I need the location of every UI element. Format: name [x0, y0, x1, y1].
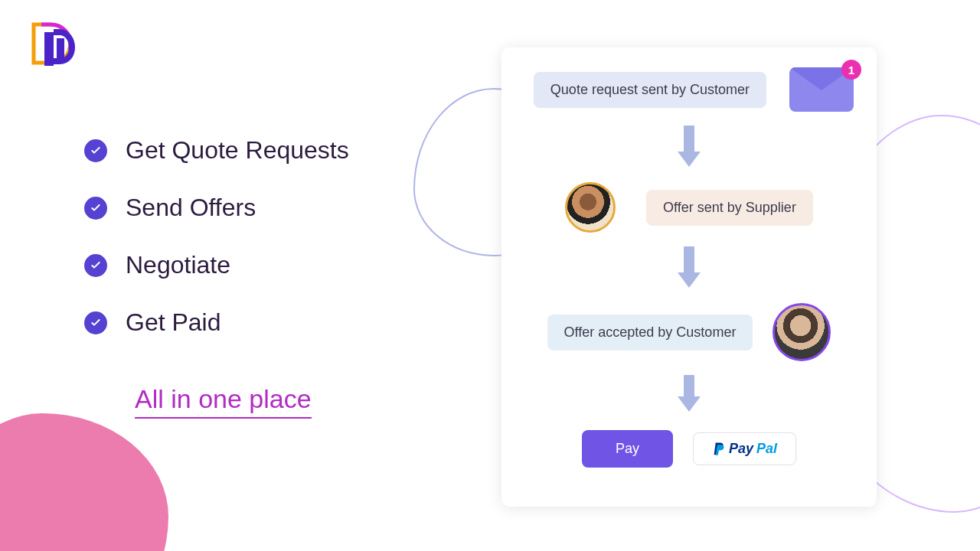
quote-flow-card: Quote request sent by Customer 1 Offer s… [501, 47, 877, 507]
check-icon [84, 139, 107, 162]
pay-button[interactable]: Pay [582, 430, 673, 468]
feature-label: Get Paid [126, 308, 221, 337]
arrow-down-icon [675, 246, 704, 292]
feature-row-negotiate: Negotiate [84, 251, 349, 279]
paypal-text-pal: Pal [756, 441, 777, 457]
flow-step-offer-accepted: Offer accepted by Customer [517, 303, 861, 361]
tagline: All in one place [135, 384, 312, 419]
check-icon [84, 311, 107, 334]
paypal-text-pay: Pay [729, 441, 753, 457]
flow-step-quote-request: Quote request sent by Customer 1 [517, 67, 861, 112]
feature-row-offers: Send Offers [84, 194, 349, 222]
feature-row-quotes: Get Quote Requests [84, 136, 349, 165]
paypal-icon [712, 442, 726, 457]
feature-list: Get Quote Requests Send Offers Negotiate… [84, 136, 349, 419]
flow-step-offer-sent: Offer sent by Supplier [517, 182, 861, 233]
envelope-icon: 1 [789, 67, 854, 112]
check-icon [84, 197, 107, 220]
blob-pink [0, 413, 168, 551]
svg-rect-0 [44, 32, 54, 66]
feature-label: Send Offers [126, 194, 256, 222]
feature-label: Negotiate [126, 251, 230, 279]
arrow-down-icon [675, 375, 704, 415]
step-label-offer-accepted: Offer accepted by Customer [547, 315, 753, 350]
svg-rect-1 [57, 38, 64, 60]
avatar-supplier [565, 182, 616, 233]
step-label-quote-request: Quote request sent by Customer [534, 72, 766, 108]
paypal-button[interactable]: PayPal [693, 432, 796, 465]
feature-row-paid: Get Paid [84, 308, 349, 337]
arrow-down-icon [675, 126, 704, 171]
check-icon [84, 254, 107, 277]
brand-logo [26, 17, 80, 70]
payment-row: Pay PayPal [582, 430, 796, 468]
notification-badge: 1 [841, 60, 861, 80]
avatar-customer [773, 303, 831, 361]
feature-label: Get Quote Requests [126, 136, 349, 165]
step-label-offer-sent: Offer sent by Supplier [646, 190, 813, 226]
